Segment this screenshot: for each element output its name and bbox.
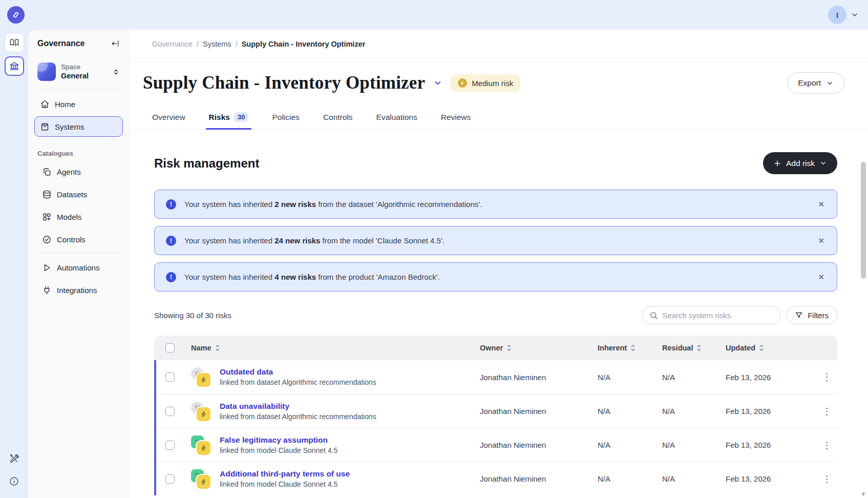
sidebar-item-systems[interactable]: Systems [34, 116, 123, 137]
table-row[interactable]: Outdated data linked from dataset Algori… [154, 360, 837, 394]
user-avatar[interactable]: I [828, 6, 846, 24]
export-button[interactable]: Export [787, 72, 844, 94]
tab-label: Risks [209, 113, 230, 122]
home-icon [40, 99, 50, 109]
sidebar-item-datasets[interactable]: Datasets [36, 184, 123, 204]
tab-label: Policies [272, 113, 299, 122]
docs-book-icon[interactable] [5, 33, 24, 52]
select-all-checkbox[interactable] [165, 343, 175, 352]
tab-evaluations[interactable]: Evaluations [376, 113, 417, 129]
updated-cell: Feb 13, 2026 [726, 441, 817, 449]
residual-cell: N/A [662, 407, 726, 416]
tab-policies[interactable]: Policies [272, 113, 299, 129]
sidebar-item-label: Agents [57, 168, 81, 176]
risk-content: Risk management Add risk ! Your system h… [130, 130, 868, 498]
row-kebab-menu-icon[interactable]: ⋮ [817, 371, 837, 383]
app-window: I [0, 0, 868, 498]
add-risk-button[interactable]: Add risk [763, 152, 837, 174]
scrollbar-down-arrow[interactable]: ▼ [861, 491, 866, 497]
residual-cell: N/A [662, 474, 726, 483]
models-icon [42, 212, 52, 222]
table-header-row: Name Owner Inherent Residual Updated [154, 336, 837, 360]
row-checkbox[interactable] [165, 441, 175, 450]
tools-icon[interactable] [5, 449, 24, 468]
risk-linked-from: linked from dataset Algorithmic recommen… [220, 412, 376, 422]
sidebar-item-agents[interactable]: Agents [36, 161, 123, 182]
risk-source-badges [191, 366, 211, 388]
filters-label: Filters [808, 311, 829, 320]
row-checkbox[interactable] [165, 407, 175, 416]
sidebar-item-automations[interactable]: Automations [36, 257, 123, 278]
app-logo-icon[interactable] [7, 6, 25, 24]
row-kebab-menu-icon[interactable]: ⋮ [817, 406, 837, 417]
alert-close-icon[interactable]: ✕ [816, 271, 827, 284]
sidebar-item-controls[interactable]: Controls [36, 229, 123, 250]
divider [36, 89, 121, 90]
risk-level-badge: Medium risk [451, 74, 520, 92]
column-header-inherent[interactable]: Inherent [598, 344, 662, 352]
user-menu-chevron-down-icon[interactable] [851, 11, 859, 19]
topbar: I [0, 0, 868, 30]
sort-icon [506, 344, 512, 351]
row-kebab-menu-icon[interactable]: ⋮ [817, 473, 837, 485]
sidebar-item-models[interactable]: Models [36, 206, 123, 227]
section-heading: Risk management [154, 156, 259, 171]
risk-bolt-icon [458, 78, 467, 88]
table-row[interactable]: False legitimacy assumption linked from … [154, 428, 837, 462]
tab-overview[interactable]: Overview [152, 113, 185, 129]
chevron-down-icon [826, 79, 834, 87]
plus-icon [773, 159, 781, 168]
alert-close-icon[interactable]: ✕ [816, 198, 827, 211]
sidebar-title: Governance [37, 39, 84, 48]
inherited-risks-alert: ! Your system has inherited 4 new risks … [154, 262, 837, 292]
space-selector[interactable]: Space General [34, 57, 123, 88]
column-header-updated[interactable]: Updated [726, 344, 817, 352]
risk-name-link[interactable]: Data unavailability [220, 401, 376, 412]
tab-reviews[interactable]: Reviews [441, 113, 471, 129]
collapse-sidebar-icon[interactable] [111, 39, 120, 48]
filters-button[interactable]: Filters [786, 306, 837, 324]
column-header-owner[interactable]: Owner [480, 344, 598, 352]
breadcrumb-governance[interactable]: Governance [152, 40, 193, 48]
search-icon [649, 311, 658, 320]
row-kebab-menu-icon[interactable]: ⋮ [817, 440, 837, 451]
risk-linked-from: linked from dataset Algorithmic recommen… [220, 378, 376, 388]
inherited-risks-alert: ! Your system has inherited 2 new risks … [154, 190, 837, 219]
row-checkbox[interactable] [165, 372, 175, 382]
sidebar-item-home[interactable]: Home [34, 94, 123, 114]
space-name: General [61, 71, 107, 80]
risk-bolt-icon [197, 441, 210, 455]
risk-name-link[interactable]: False legitimacy assumption [220, 434, 337, 446]
risk-name-link[interactable]: Additional third-party terms of use [220, 468, 350, 480]
sidebar-item-label: Datasets [57, 190, 87, 199]
updated-cell: Feb 13, 2026 [726, 373, 817, 382]
tab-controls[interactable]: Controls [323, 113, 353, 129]
governance-bank-icon[interactable] [5, 56, 24, 76]
info-icon[interactable] [5, 471, 24, 491]
icon-rail [0, 30, 28, 498]
risks-table: Name Owner Inherent Residual Updated [154, 336, 837, 495]
row-checkbox[interactable] [165, 474, 175, 484]
inherent-cell: N/A [598, 407, 662, 416]
alert-close-icon[interactable]: ✕ [816, 234, 827, 247]
sort-icon [215, 344, 221, 351]
sidebar-item-label: Integrations [57, 286, 97, 295]
column-header-name[interactable]: Name [191, 344, 480, 352]
search-input[interactable] [662, 311, 773, 320]
owner-cell: Jonathan Nieminen [480, 474, 598, 483]
breadcrumb-systems[interactable]: Systems [203, 40, 231, 48]
scrollbar-thumb[interactable] [861, 162, 866, 279]
divider [36, 253, 121, 253]
sidebar-item-label: Home [55, 100, 75, 109]
breadcrumb-current: Supply Chain - Inventory Optimizer [242, 40, 366, 48]
risk-name-link[interactable]: Outdated data [220, 366, 376, 378]
table-row[interactable]: Additional third-party terms of use link… [154, 462, 837, 495]
title-chevron-down-icon[interactable] [433, 78, 442, 88]
tab-risks[interactable]: Risks 30 [209, 112, 249, 129]
sidebar-item-integrations[interactable]: Integrations [36, 280, 123, 300]
table-row[interactable]: Data unavailability linked from dataset … [154, 394, 837, 428]
column-header-residual[interactable]: Residual [662, 344, 726, 352]
tab-label: Reviews [441, 113, 471, 122]
add-risk-label: Add risk [786, 159, 815, 168]
divider [36, 140, 121, 140]
